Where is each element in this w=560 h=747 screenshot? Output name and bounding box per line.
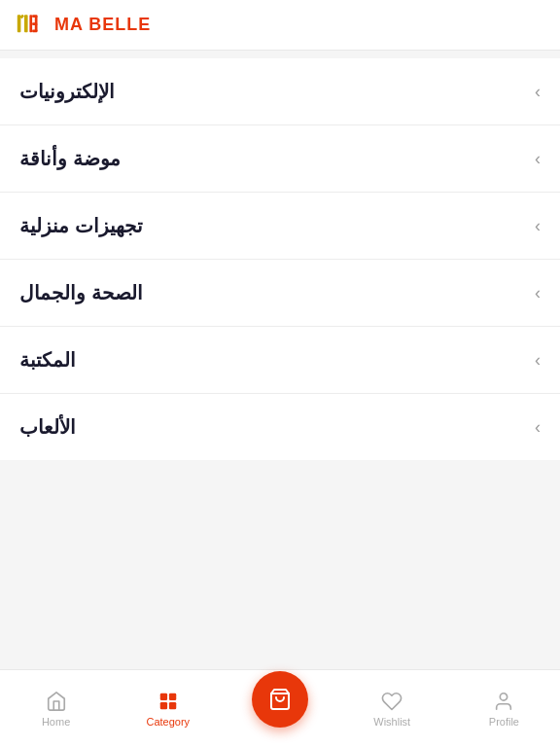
category-list: › الإلكترونيات › موضة وأناقة › تجهيزات م… xyxy=(0,58,560,460)
nav-home[interactable]: Home xyxy=(0,681,112,737)
svg-rect-10 xyxy=(169,693,176,699)
svg-rect-3 xyxy=(29,15,32,32)
logo: MA BELLE xyxy=(16,8,151,43)
category-item-electronics[interactable]: › الإلكترونيات xyxy=(0,58,560,125)
chevron-right-icon: › xyxy=(535,216,541,236)
svg-rect-9 xyxy=(160,693,167,699)
category-label-fashion: موضة وأناقة xyxy=(19,147,121,170)
profile-icon xyxy=(493,691,514,712)
home-label: Home xyxy=(42,716,70,728)
svg-rect-8 xyxy=(32,29,37,32)
bottom-navigation: Home Category Wishlist xyxy=(0,669,560,747)
cart-button[interactable] xyxy=(252,671,308,728)
wishlist-icon xyxy=(381,691,402,712)
chevron-right-icon: › xyxy=(535,417,541,438)
category-label-home: تجهيزات منزلية xyxy=(19,214,143,237)
category-item-fashion[interactable]: › موضة وأناقة xyxy=(0,125,560,193)
svg-rect-11 xyxy=(160,701,167,708)
category-label-electronics: الإلكترونيات xyxy=(19,80,115,103)
nav-profile[interactable]: Profile xyxy=(448,681,560,737)
category-label-nav: Category xyxy=(146,716,190,728)
svg-rect-2 xyxy=(24,15,28,32)
home-icon xyxy=(46,691,67,712)
svg-rect-5 xyxy=(35,16,38,23)
chevron-right-icon: › xyxy=(535,350,541,371)
category-label-games: الألعاب xyxy=(19,415,76,439)
wishlist-label: Wishlist xyxy=(373,716,410,728)
chevron-right-icon: › xyxy=(535,149,541,169)
profile-label: Profile xyxy=(489,716,519,728)
svg-point-14 xyxy=(501,693,508,699)
category-icon xyxy=(158,691,179,712)
logo-text: MA BELLE xyxy=(54,15,151,35)
category-label-library: المكتبة xyxy=(19,348,76,372)
category-item-games[interactable]: › الألعاب xyxy=(0,394,560,460)
category-label-health: الصحة والجمال xyxy=(19,281,143,304)
chevron-right-icon: › xyxy=(535,283,541,303)
svg-rect-12 xyxy=(169,701,176,708)
category-item-library[interactable]: › المكتبة xyxy=(0,327,560,394)
category-item-home[interactable]: › تجهيزات منزلية xyxy=(0,193,560,260)
nav-category[interactable]: Category xyxy=(112,681,224,737)
logo-icon xyxy=(16,8,51,43)
nav-cart-wrapper xyxy=(224,691,335,728)
category-item-health[interactable]: › الصحة والجمال xyxy=(0,260,560,327)
cart-icon xyxy=(268,688,292,711)
svg-rect-0 xyxy=(18,15,21,32)
nav-wishlist[interactable]: Wishlist xyxy=(336,681,448,737)
chevron-right-icon: › xyxy=(535,82,541,102)
header: MA BELLE xyxy=(0,0,560,51)
